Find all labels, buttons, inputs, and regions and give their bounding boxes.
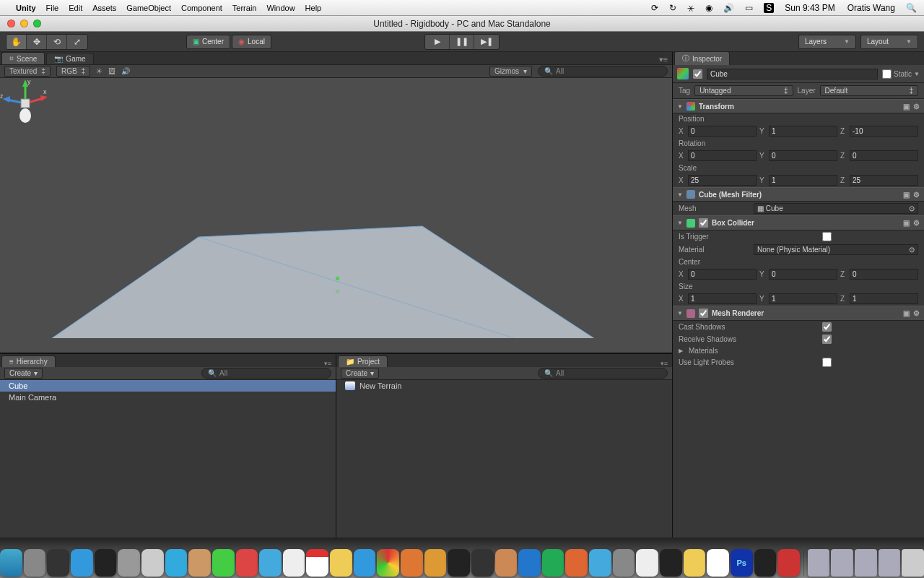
help-icon[interactable]: ▣ <box>903 219 910 227</box>
dock-systempreferences-icon[interactable] <box>118 549 140 577</box>
scene-image-icon[interactable]: 🖼 <box>108 67 116 75</box>
scene-audio-icon[interactable]: 🔊 <box>121 67 130 75</box>
light-probes-checkbox[interactable] <box>822 358 832 367</box>
position-x-field[interactable]: 0 <box>688 126 757 137</box>
menu-assets[interactable]: Assets <box>92 4 116 12</box>
hierarchy-create-button[interactable]: Create▾ <box>4 368 43 379</box>
dock-word-icon[interactable] <box>518 549 541 577</box>
dock-firefox-icon[interactable] <box>401 549 423 577</box>
dock-app2-icon[interactable] <box>589 549 611 577</box>
shading-dropdown[interactable]: Textured‡ <box>4 66 51 77</box>
rotate-tool[interactable]: ⟲ <box>47 35 67 49</box>
hand-tool[interactable]: ✋ <box>6 35 27 49</box>
hierarchy-search[interactable]: 🔍All <box>201 368 331 379</box>
dock-folder3-icon[interactable] <box>855 549 877 577</box>
scene-viewport[interactable]: y x z <box>0 78 672 353</box>
dock-launchpad-icon[interactable] <box>24 549 46 577</box>
menu-window[interactable]: Window <box>266 4 295 12</box>
transform-component-header[interactable]: ▼ Transform ▣⚙ <box>673 99 924 113</box>
clock[interactable]: Sun 9:43 PM <box>785 3 834 13</box>
dock-messages-icon[interactable] <box>259 549 282 577</box>
meshfilter-component-header[interactable]: ▼ Cube (Mesh Filter) ▣⚙ <box>673 187 924 202</box>
dock-excel-icon[interactable] <box>542 549 565 577</box>
dock-folder1-icon[interactable] <box>808 549 830 577</box>
menu-edit[interactable]: Edit <box>69 4 82 12</box>
project-search[interactable]: 🔍All <box>538 368 668 379</box>
panel-menu-icon[interactable]: ▾≡ <box>661 360 668 367</box>
tag-dropdown[interactable]: Untagged‡ <box>694 85 793 96</box>
rendermode-dropdown[interactable]: RGB‡ <box>56 66 90 77</box>
panel-menu-icon[interactable]: ▾≡ <box>324 360 331 367</box>
wifi-icon[interactable]: ◉ <box>705 3 712 13</box>
gear-icon[interactable]: ⚙ <box>913 219 920 227</box>
dock-downloads-icon[interactable] <box>879 549 901 577</box>
tab-game[interactable]: 📷Game <box>46 53 93 64</box>
help-icon[interactable]: ▣ <box>903 103 910 111</box>
collider-center-z-field[interactable]: 0 <box>850 269 918 280</box>
battery-icon[interactable]: ▭ <box>745 3 753 13</box>
pivot-center-button[interactable]: ▣Center <box>186 35 230 49</box>
volume-icon[interactable]: 🔊 <box>723 3 734 13</box>
pivot-local-button[interactable]: ◉Local <box>232 35 271 49</box>
help-icon[interactable]: ▣ <box>903 309 910 317</box>
gameobject-name-field[interactable]: Cube <box>707 69 878 79</box>
dock-imovie-icon[interactable] <box>471 549 494 577</box>
step-button[interactable]: ▶❚ <box>474 35 499 49</box>
collider-center-x-field[interactable]: 0 <box>688 269 757 280</box>
dock-notes-icon[interactable] <box>330 549 352 577</box>
tab-scene[interactable]: ⌗Scene <box>1 52 45 64</box>
dock-missioncontrol-icon[interactable] <box>47 549 69 577</box>
dock-itunes-icon[interactable] <box>354 549 376 577</box>
collider-center-y-field[interactable]: 0 <box>769 269 837 280</box>
dock-unity-icon[interactable] <box>754 549 777 577</box>
dock-facetime-icon[interactable] <box>212 549 235 577</box>
scale-y-field[interactable]: 1 <box>769 175 837 186</box>
rotation-y-field[interactable]: 0 <box>769 150 837 161</box>
gameobject-enabled-checkbox[interactable] <box>693 69 702 79</box>
move-tool[interactable]: ✥ <box>27 35 47 49</box>
tab-project[interactable]: 📁Project <box>338 355 388 367</box>
static-checkbox[interactable] <box>882 69 892 79</box>
scale-tool[interactable]: ⤢ <box>67 35 87 49</box>
project-item-terrain[interactable]: New Terrain <box>336 380 672 392</box>
hierarchy-item-camera[interactable]: Main Camera <box>0 392 336 403</box>
position-y-field[interactable]: 1 <box>769 126 837 137</box>
dock-app-icon[interactable] <box>424 549 447 577</box>
dock-textedit-icon[interactable] <box>636 549 658 577</box>
dock-photobooth-icon[interactable] <box>236 549 258 577</box>
dock-activitymonitor-icon[interactable] <box>660 549 682 577</box>
gear-icon[interactable]: ⚙ <box>913 103 920 111</box>
bluetooth-icon[interactable]: ⚹ <box>687 3 694 13</box>
collider-size-z-field[interactable]: 1 <box>850 293 918 304</box>
orientation-gizmo[interactable]: y x z <box>0 78 51 129</box>
menu-gameobject[interactable]: GameObject <box>126 4 171 12</box>
collider-size-x-field[interactable]: 1 <box>688 293 757 304</box>
dock-reminders-icon[interactable] <box>283 549 305 577</box>
rotation-x-field[interactable]: 0 <box>688 150 757 161</box>
gear-icon[interactable]: ⚙ <box>913 191 920 199</box>
tab-hierarchy[interactable]: ≡Hierarchy <box>1 355 56 367</box>
meshrenderer-component-header[interactable]: ▼ Mesh Renderer ▣⚙ <box>673 306 924 321</box>
dock-mail-icon[interactable] <box>141 549 164 577</box>
help-icon[interactable]: ▣ <box>903 191 910 199</box>
layout-dropdown[interactable]: Layout▼ <box>860 35 918 49</box>
spotlight-icon[interactable]: 🔍 <box>906 3 917 13</box>
physic-material-field[interactable]: None (Physic Material)⊙ <box>754 244 918 255</box>
menu-help[interactable]: Help <box>305 4 322 12</box>
menu-component[interactable]: Component <box>181 4 222 12</box>
panel-menu-icon[interactable]: ▾≡ <box>659 55 668 64</box>
scale-z-field[interactable]: 25 <box>850 175 918 186</box>
dock-garageband-icon[interactable] <box>495 549 518 577</box>
dock-calendar-icon[interactable] <box>306 549 328 577</box>
object-picker-icon[interactable]: ⊙ <box>909 204 915 212</box>
collider-size-y-field[interactable]: 1 <box>769 293 837 304</box>
dock-safari-icon[interactable] <box>165 549 188 577</box>
dock-powerpoint-icon[interactable] <box>565 549 588 577</box>
dock-finder-icon[interactable] <box>0 549 22 577</box>
dock-chrome-icon[interactable] <box>377 549 399 577</box>
menu-app[interactable]: Unity <box>16 4 36 12</box>
dock-stickies-icon[interactable] <box>684 549 706 577</box>
play-button[interactable]: ▶ <box>425 35 450 49</box>
dock-app3-icon[interactable] <box>777 549 800 577</box>
receive-shadows-checkbox[interactable] <box>822 335 832 344</box>
